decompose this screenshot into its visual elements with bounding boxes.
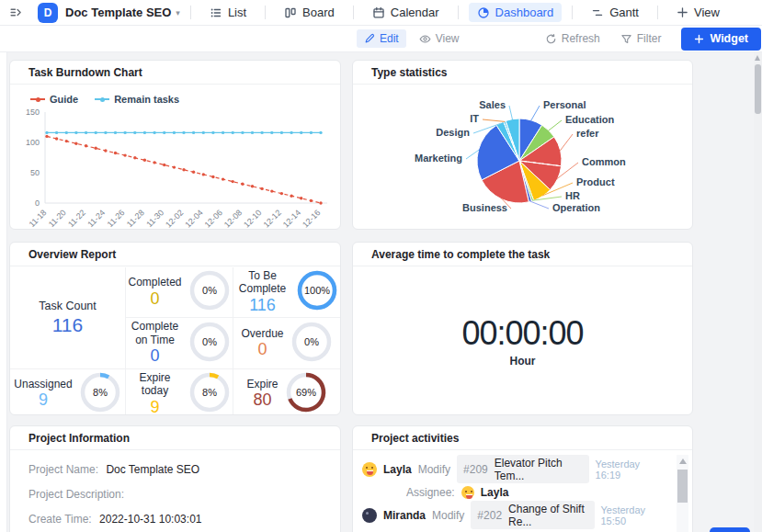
data-point[interactable] bbox=[192, 171, 195, 174]
data-point[interactable] bbox=[222, 177, 224, 180]
data-point[interactable] bbox=[280, 192, 283, 195]
data-point[interactable] bbox=[232, 131, 234, 134]
data-point[interactable] bbox=[270, 131, 273, 134]
data-point[interactable] bbox=[241, 131, 244, 134]
data-point[interactable] bbox=[270, 189, 273, 192]
activity-user[interactable]: Miranda bbox=[383, 509, 426, 522]
data-point[interactable] bbox=[211, 175, 214, 178]
task-chip[interactable]: #202 Change of Shift Re... bbox=[471, 501, 594, 529]
legend-item[interactable]: Guide bbox=[30, 94, 78, 105]
x-axis-tick: 12-16 bbox=[301, 208, 322, 229]
data-point[interactable] bbox=[319, 201, 322, 204]
tab-dashboard[interactable]: Dashboard bbox=[469, 3, 563, 22]
refresh-button[interactable]: Refresh bbox=[545, 32, 600, 45]
data-point[interactable] bbox=[290, 195, 292, 198]
data-point[interactable] bbox=[45, 135, 48, 138]
avatar[interactable] bbox=[362, 508, 377, 523]
data-point[interactable] bbox=[251, 131, 254, 134]
legend-mark bbox=[30, 98, 45, 100]
pie-label: Personal bbox=[543, 99, 586, 110]
legend-item[interactable]: Remain tasks bbox=[95, 94, 179, 105]
data-point[interactable] bbox=[55, 137, 58, 140]
add-view-button[interactable]: View bbox=[668, 3, 728, 22]
data-point[interactable] bbox=[260, 131, 263, 134]
data-point[interactable] bbox=[310, 199, 313, 202]
data-point[interactable] bbox=[173, 165, 176, 168]
assignee-name[interactable]: Layla bbox=[481, 486, 509, 499]
data-point[interactable] bbox=[222, 131, 224, 134]
avatar[interactable] bbox=[461, 486, 474, 499]
data-point[interactable] bbox=[173, 131, 176, 134]
add-widget-button[interactable]: Widget bbox=[681, 28, 761, 51]
expand-sidebar-icon[interactable] bbox=[9, 6, 23, 19]
data-point[interactable] bbox=[55, 131, 58, 134]
data-point[interactable] bbox=[300, 131, 302, 134]
data-point[interactable] bbox=[153, 131, 155, 134]
data-point[interactable] bbox=[182, 131, 185, 134]
data-point[interactable] bbox=[123, 153, 126, 156]
filter-button[interactable]: Filter bbox=[620, 32, 662, 45]
data-point[interactable] bbox=[45, 131, 48, 134]
data-point[interactable] bbox=[143, 131, 146, 134]
data-point[interactable] bbox=[280, 131, 283, 134]
tab-gantt[interactable]: Gantt bbox=[583, 3, 647, 22]
data-point[interactable] bbox=[290, 131, 292, 134]
chevron-down-icon[interactable]: ▾ bbox=[176, 8, 180, 17]
task-chip[interactable]: #209 Elevator Pitch Tem... bbox=[457, 455, 589, 483]
data-point[interactable] bbox=[251, 185, 254, 187]
data-point[interactable] bbox=[133, 156, 136, 159]
floating-help-button[interactable] bbox=[710, 527, 750, 532]
scrollbar-thumb[interactable] bbox=[677, 470, 688, 503]
tab-calendar[interactable]: Calendar bbox=[364, 3, 448, 22]
data-point[interactable] bbox=[182, 168, 185, 171]
legend-label: Guide bbox=[50, 94, 78, 105]
data-point[interactable] bbox=[123, 131, 126, 134]
activity-user[interactable]: Layla bbox=[383, 463, 412, 476]
data-point[interactable] bbox=[104, 131, 107, 134]
data-point[interactable] bbox=[143, 159, 146, 162]
data-point[interactable] bbox=[163, 131, 165, 134]
scroll-up-arrow-icon[interactable] bbox=[755, 55, 760, 61]
data-point[interactable] bbox=[65, 131, 68, 134]
eye-icon bbox=[419, 33, 431, 45]
vertical-scrollbar[interactable] bbox=[754, 52, 762, 532]
data-point[interactable] bbox=[95, 131, 97, 134]
project-name[interactable]: Doc Template SEO bbox=[65, 6, 171, 19]
data-point[interactable] bbox=[74, 142, 77, 145]
data-point[interactable] bbox=[202, 131, 205, 134]
data-point[interactable] bbox=[192, 131, 195, 134]
data-point[interactable] bbox=[260, 187, 263, 190]
data-point[interactable] bbox=[95, 147, 97, 150]
data-point[interactable] bbox=[310, 131, 313, 134]
data-point[interactable] bbox=[85, 144, 87, 147]
overview-cell-overdue: Overdue 0 0% bbox=[233, 317, 340, 368]
view-mode-button[interactable]: View bbox=[419, 32, 460, 45]
data-point[interactable] bbox=[85, 131, 87, 134]
data-point[interactable] bbox=[202, 173, 205, 175]
edit-button[interactable]: Edit bbox=[357, 29, 406, 48]
data-point[interactable] bbox=[211, 131, 214, 134]
avatar[interactable] bbox=[362, 462, 377, 477]
data-point[interactable] bbox=[114, 152, 117, 154]
data-point[interactable] bbox=[300, 197, 302, 199]
overview-cell-to-be-complete: To Be Complete 116 100% bbox=[233, 267, 340, 317]
tab-list[interactable]: List bbox=[201, 3, 255, 22]
data-point[interactable] bbox=[319, 131, 322, 134]
data-point[interactable] bbox=[114, 131, 117, 134]
data-point[interactable] bbox=[65, 140, 68, 142]
cell-label: Overdue bbox=[241, 327, 283, 340]
data-point[interactable] bbox=[133, 131, 136, 134]
data-point[interactable] bbox=[232, 180, 234, 183]
scrollbar-thumb[interactable] bbox=[755, 64, 761, 114]
panel-title: Type statistics bbox=[353, 61, 692, 85]
panel-scrollbar[interactable] bbox=[677, 455, 688, 532]
data-point[interactable] bbox=[241, 183, 244, 186]
tab-board[interactable]: Board bbox=[276, 3, 343, 22]
data-point[interactable] bbox=[74, 131, 77, 134]
data-point[interactable] bbox=[163, 164, 165, 166]
scroll-up-arrow-icon[interactable] bbox=[679, 458, 687, 464]
data-point[interactable] bbox=[104, 149, 107, 152]
project-logo[interactable]: D bbox=[38, 3, 58, 23]
data-point[interactable] bbox=[153, 161, 155, 164]
collapsed-sidebar-strip[interactable] bbox=[0, 52, 7, 532]
